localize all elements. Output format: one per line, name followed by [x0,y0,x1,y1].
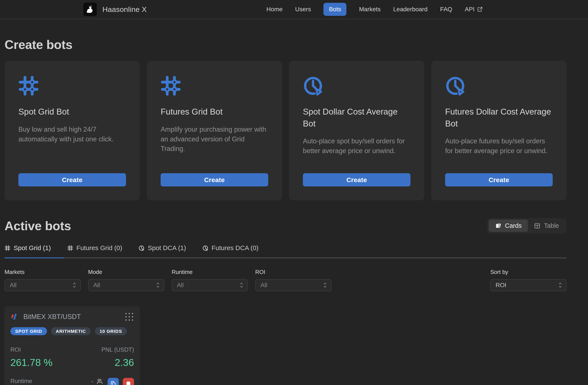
tab-label: Futures DCA (0) [211,244,258,252]
card-description: Buy low and sell high 24/7 automatically… [18,125,126,144]
tab-label: Spot Grid (1) [14,244,51,252]
tab-spot-dca[interactable]: Spot DCA (1) [139,244,186,252]
bot-market-title: BitMEX XBT/USDT [23,313,81,321]
runtime-label: Runtime [10,378,55,385]
nav-item-leaderboard[interactable]: Leaderboard [393,6,428,13]
clone-bot-button[interactable] [108,378,119,385]
view-toggle-cards[interactable]: Cards [489,220,528,232]
tab-spot-grid[interactable]: Spot Grid (1) [4,244,51,252]
roi-select[interactable]: All [255,279,332,291]
active-bots-tabs: Spot Grid (1) Futures Grid (0) Spot DCA … [4,244,567,252]
card-title: Futures Grid Bot [161,106,268,118]
active-bots-title: Active bots [4,218,71,233]
copy-icon [110,381,116,385]
card-title: Spot Grid Bot [18,106,126,118]
tab-futures-dca[interactable]: Futures DCA (0) [202,244,258,252]
runtime-stat: Runtime 1 week, 2 days [10,378,55,385]
tab-underline-track [4,257,567,258]
view-toggle-table-label: Table [544,222,559,229]
sort-by-select[interactable]: ROI [490,279,567,291]
select-value: All [10,282,17,289]
followers-meta: - [91,378,103,385]
table-icon [534,222,541,229]
card-title: Spot Dollar Cost Average Bot [303,106,410,129]
create-bots-title: Create bots [4,37,567,52]
spot-dca-bot-card: Spot Dollar Cost Average Bot Auto-place … [289,61,424,200]
markets-select[interactable]: All [4,279,81,291]
card-title: Futures Dollar Cost Average Bot [445,106,553,129]
drag-handle-icon[interactable] [125,312,134,321]
external-link-icon [477,6,483,12]
create-futures-grid-button[interactable]: Create [161,173,268,186]
filter-runtime: Runtime All [172,269,248,291]
brand[interactable]: Haasonline X [83,3,147,16]
dca-clock-icon [445,76,465,96]
select-value: All [260,282,267,289]
nav-item-faq[interactable]: FAQ [440,6,452,13]
tab-label: Futures Grid (0) [76,244,122,252]
futures-dca-bot-card: Futures Dollar Cost Average Bot Auto-pla… [431,61,567,200]
select-value: All [177,282,184,289]
select-value: All [93,282,100,289]
nav-item-home[interactable]: Home [267,6,283,13]
main-nav: Home Users Bots Markets Leaderboard FAQ … [267,3,483,16]
tab-label: Spot DCA (1) [148,244,186,252]
nav-item-users[interactable]: Users [295,6,311,13]
pnl-label: PNL (USDT) [101,346,134,353]
card-description: Amplify your purchasing power with an ad… [161,125,268,154]
clock-icon [139,245,144,251]
select-value: ROI [496,282,506,289]
nav-item-api-label: API [465,6,475,13]
create-spot-dca-button[interactable]: Create [303,173,410,186]
view-toggle-table[interactable]: Table [528,220,565,232]
futures-grid-bot-card: Futures Grid Bot Amplify your purchasing… [147,61,282,200]
chevron-updown-icon [559,282,562,288]
clock-icon [202,245,208,251]
dca-clock-icon [303,76,323,96]
grid-icon [4,245,10,251]
cards-icon [495,222,501,229]
spot-grid-bot-card: Spot Grid Bot Buy low and sell high 24/7… [4,61,140,200]
sort-by-group: Sort by ROI [490,269,567,291]
pnl-value: 2.36 [101,357,134,368]
filter-label: Mode [88,269,164,276]
grid-icon [67,245,73,251]
grid-bot-icon [18,76,39,96]
badge-grid-count: 10 GRIDS [95,327,127,335]
bitmex-logo-icon [10,313,20,320]
card-description: Auto-place futures buy/sell orders for b… [445,136,553,156]
roi-label: ROI [10,346,52,353]
tab-futures-grid[interactable]: Futures Grid (0) [67,244,122,252]
stop-icon [125,381,131,385]
chevron-updown-icon [323,282,327,288]
runtime-select[interactable]: All [172,279,248,291]
bot-badges: SPOT GRID ARITHMETIC 10 GRIDS [10,327,134,335]
chevron-updown-icon [73,282,76,288]
nav-item-bots[interactable]: Bots [323,3,346,16]
bot-meta: - - [91,378,103,385]
view-toggle-cards-label: Cards [505,222,522,229]
chevron-updown-icon [240,282,243,288]
pnl-stat: PNL (USDT) 2.36 [101,346,134,368]
filter-label: Markets [4,269,81,276]
followers-value: - [91,378,93,385]
nav-item-markets[interactable]: Markets [359,6,381,13]
filter-label: Runtime [172,269,248,276]
rabbit-logo-icon [83,3,97,16]
navbar: Haasonline X Home Users Bots Markets Lea… [0,0,588,19]
create-spot-grid-button[interactable]: Create [18,173,126,186]
badge-bot-type: SPOT GRID [10,327,47,335]
nav-item-api[interactable]: API [465,6,483,13]
roi-stat: ROI 261.78 % [10,346,52,368]
mode-select[interactable]: All [88,279,164,291]
roi-value: 261.78 % [10,357,52,368]
create-futures-dca-button[interactable]: Create [445,173,553,186]
brand-name: Haasonline X [102,5,147,14]
card-description: Auto-place spot buy/sell orders for bett… [303,136,410,156]
view-toggle: Cards Table [487,218,567,234]
sort-by-label: Sort by [490,269,567,276]
stop-bot-button[interactable] [123,378,134,385]
filter-label: ROI [255,269,332,276]
bot-type-cards: Spot Grid Bot Buy low and sell high 24/7… [4,61,567,200]
badge-grid-mode: ARITHMETIC [51,327,91,335]
